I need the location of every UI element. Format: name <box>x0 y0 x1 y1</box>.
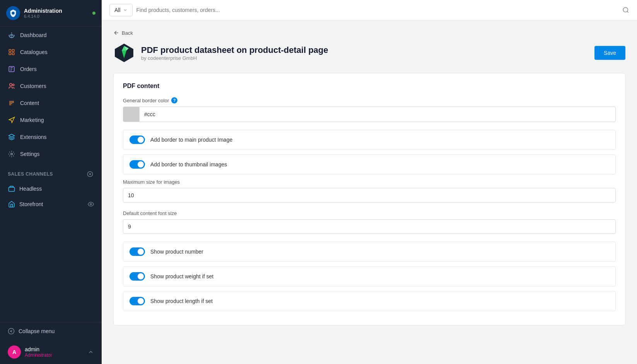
border-color-label: General border color ? <box>123 97 616 103</box>
plugin-title: PDF product datasheet on product-detail … <box>141 45 328 55</box>
max-size-label: Maximum size for images <box>123 179 616 185</box>
extensions-icon <box>8 133 15 141</box>
add-border-main-toggle[interactable] <box>129 135 145 144</box>
sidebar-item-dashboard[interactable]: Dashboard <box>0 27 102 44</box>
show-product-weight-toggle[interactable] <box>129 272 145 281</box>
save-button[interactable]: Save <box>594 46 625 60</box>
svg-rect-5 <box>12 53 14 55</box>
sales-channels-section: Sales Channels <box>0 163 102 181</box>
sidebar-item-label: Content <box>20 100 39 106</box>
max-size-group: Maximum size for images <box>123 179 616 203</box>
user-name: admin <box>25 346 52 352</box>
sidebar-header: Administration 6.4.14.0 <box>0 0 102 27</box>
show-product-number-toggle[interactable] <box>129 247 145 256</box>
info-icon[interactable]: ? <box>171 97 177 103</box>
user-row[interactable]: A admin Administrator <box>0 340 102 364</box>
topbar: All <box>102 0 637 20</box>
main-nav: Dashboard Catalogues Orders Customers Co… <box>0 27 102 163</box>
pdf-content-card: PDF content General border color ? Ad <box>113 73 625 325</box>
app-version: 6.4.14.0 <box>24 14 62 19</box>
sidebar-item-catalogues[interactable]: Catalogues <box>0 44 102 61</box>
add-border-thumbnail-label: Add border to thumbnail images <box>150 161 227 168</box>
content-icon <box>8 99 15 107</box>
sidebar-item-marketing[interactable]: Marketing <box>0 112 102 129</box>
sidebar-item-label: Extensions <box>20 134 46 140</box>
search-input[interactable] <box>136 4 618 16</box>
sidebar-item-content[interactable]: Content <box>0 95 102 112</box>
page-content: Back PDF product datasheet on product-de… <box>102 20 637 364</box>
show-product-weight-row: Show product weight if set <box>123 266 616 286</box>
font-size-group: Default content font size <box>123 210 616 234</box>
plugin-logo <box>113 42 135 64</box>
svg-line-15 <box>627 11 628 12</box>
sidebar-item-settings[interactable]: Settings <box>0 146 102 163</box>
headless-label: Headless <box>19 186 42 192</box>
sidebar-item-label: Catalogues <box>20 49 48 55</box>
sidebar: Administration 6.4.14.0 Dashboard Catalo… <box>0 0 102 364</box>
border-color-group: General border color ? <box>123 97 616 122</box>
collapse-menu-item[interactable]: Collapse menu <box>0 322 102 340</box>
sidebar-item-extensions[interactable]: Extensions <box>0 129 102 146</box>
svg-point-9 <box>11 153 13 155</box>
add-border-main-label: Add border to main product Image <box>150 137 232 143</box>
user-role: Administrator <box>25 352 52 358</box>
orders-icon <box>8 65 15 73</box>
show-product-number-row: Show product number <box>123 242 616 262</box>
svg-point-1 <box>11 34 13 36</box>
sidebar-item-orders[interactable]: Orders <box>0 61 102 78</box>
card-title: PDF content <box>123 83 616 90</box>
settings-icon <box>8 150 15 158</box>
show-product-length-row: Show product length if set <box>123 291 616 311</box>
back-link[interactable]: Back <box>113 30 625 36</box>
sidebar-item-label: Customers <box>20 83 46 89</box>
add-sales-channel-icon[interactable] <box>86 170 94 178</box>
headless-icon <box>8 185 15 193</box>
search-filter-button[interactable]: All <box>109 4 133 16</box>
search-input-wrap <box>136 4 618 16</box>
status-dot <box>92 12 95 15</box>
catalogue-icon <box>8 48 15 56</box>
svg-point-13 <box>9 328 14 334</box>
show-product-length-toggle[interactable] <box>129 297 145 305</box>
marketing-icon <box>8 116 15 124</box>
sidebar-item-label: Settings <box>20 151 40 157</box>
sidebar-item-headless[interactable]: Headless <box>0 181 102 196</box>
sidebar-item-customers[interactable]: Customers <box>0 78 102 95</box>
customers-icon <box>8 82 15 90</box>
storefront-eye-icon[interactable] <box>88 201 94 207</box>
sidebar-item-label: Orders <box>20 66 37 72</box>
storefront-icon <box>8 200 15 208</box>
collapse-label: Collapse menu <box>19 328 55 334</box>
search-submit-icon[interactable] <box>622 7 629 14</box>
svg-point-7 <box>10 83 12 86</box>
app-name: Administration <box>24 8 62 14</box>
svg-rect-2 <box>9 49 11 51</box>
sidebar-item-storefront[interactable]: Storefront <box>0 196 102 212</box>
show-product-number-label: Show product number <box>150 249 203 255</box>
plugin-author: by codeenterprise GmbH <box>141 55 328 61</box>
sidebar-bottom: Collapse menu A admin Administrator <box>0 322 102 364</box>
svg-rect-4 <box>9 53 11 55</box>
chevron-up-icon <box>88 349 94 355</box>
max-size-input[interactable] <box>123 188 616 203</box>
add-border-thumbnail-toggle[interactable] <box>129 160 145 169</box>
font-size-input[interactable] <box>123 219 616 234</box>
main-area: All Back PDF prod <box>102 0 637 364</box>
plugin-header: PDF product datasheet on product-detail … <box>113 42 625 64</box>
svg-rect-3 <box>12 49 14 51</box>
color-swatch[interactable] <box>123 107 140 122</box>
sales-channels-label: Sales Channels <box>8 171 53 177</box>
color-text-input[interactable] <box>140 108 615 120</box>
sidebar-item-label: Dashboard <box>20 32 47 38</box>
font-size-label: Default content font size <box>123 210 616 216</box>
sidebar-item-label: Marketing <box>20 117 44 123</box>
svg-point-0 <box>12 12 14 14</box>
color-input-row <box>123 107 616 122</box>
svg-point-14 <box>623 7 628 12</box>
dashboard-icon <box>8 31 15 39</box>
storefront-label: Storefront <box>19 201 43 207</box>
add-border-thumbnail-row: Add border to thumbnail images <box>123 154 616 174</box>
avatar: A <box>8 345 21 359</box>
add-border-main-row: Add border to main product Image <box>123 130 616 150</box>
svg-point-8 <box>12 84 14 86</box>
